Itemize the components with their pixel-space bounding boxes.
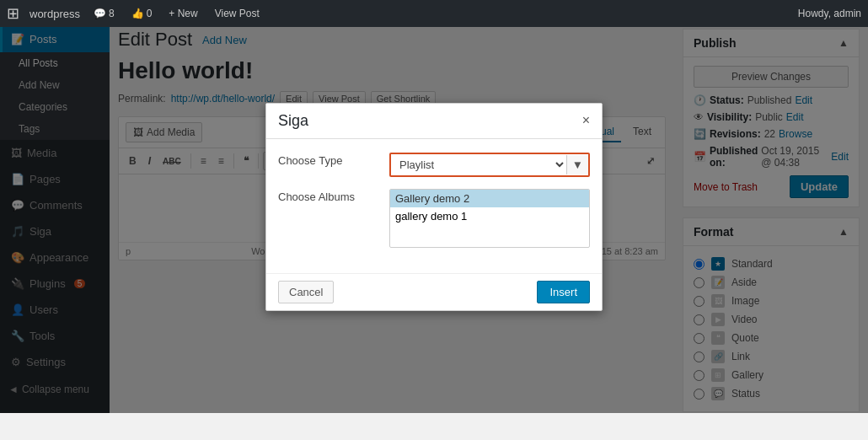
album-option-1[interactable]: gallery demo 1 bbox=[390, 207, 589, 225]
modal-overlay: Siga × Choose Type Playlist ▼ bbox=[0, 0, 868, 413]
album-option-0[interactable]: Gallery demo 2 bbox=[390, 190, 589, 207]
site-name[interactable]: wordpress bbox=[29, 8, 80, 20]
choose-type-dropdown-button[interactable]: ▼ bbox=[566, 155, 588, 174]
comments-link[interactable]: 💬 8 bbox=[90, 8, 118, 19]
cancel-button[interactable]: Cancel bbox=[278, 281, 334, 303]
modal-close-button[interactable]: × bbox=[582, 113, 590, 128]
choose-albums-label: Choose Albums bbox=[278, 189, 379, 203]
siga-modal: Siga × Choose Type Playlist ▼ bbox=[265, 103, 603, 311]
choose-type-select[interactable]: Playlist bbox=[391, 154, 566, 175]
new-link[interactable]: + New bbox=[165, 8, 201, 19]
howdy-label: Howdy, admin bbox=[798, 8, 861, 19]
choose-albums-row: Choose Albums Gallery demo 2 gallery dem… bbox=[278, 189, 590, 248]
wp-logo-icon: ⊞ bbox=[7, 4, 19, 23]
insert-button[interactable]: Insert bbox=[537, 281, 590, 303]
thumbsup-link[interactable]: 👍 0 bbox=[128, 8, 156, 19]
choose-type-wrapper: Playlist ▼ bbox=[389, 153, 590, 177]
admin-bar: ⊞ wordpress 💬 8 👍 0 + New View Post Howd… bbox=[0, 0, 868, 27]
modal-header: Siga × bbox=[266, 104, 602, 139]
modal-body: Choose Type Playlist ▼ Choose Al bbox=[266, 139, 602, 273]
choose-type-row: Choose Type Playlist ▼ bbox=[278, 153, 590, 177]
modal-title: Siga bbox=[278, 112, 308, 130]
choose-type-control: Playlist ▼ bbox=[389, 153, 590, 177]
album-listbox[interactable]: Gallery demo 2 gallery demo 1 bbox=[389, 189, 590, 248]
choose-type-label: Choose Type bbox=[278, 153, 379, 167]
choose-albums-control: Gallery demo 2 gallery demo 1 bbox=[389, 189, 590, 248]
dropdown-arrow-icon: ▼ bbox=[572, 158, 583, 171]
modal-footer: Cancel Insert bbox=[266, 273, 602, 310]
view-post-link[interactable]: View Post bbox=[212, 8, 263, 19]
